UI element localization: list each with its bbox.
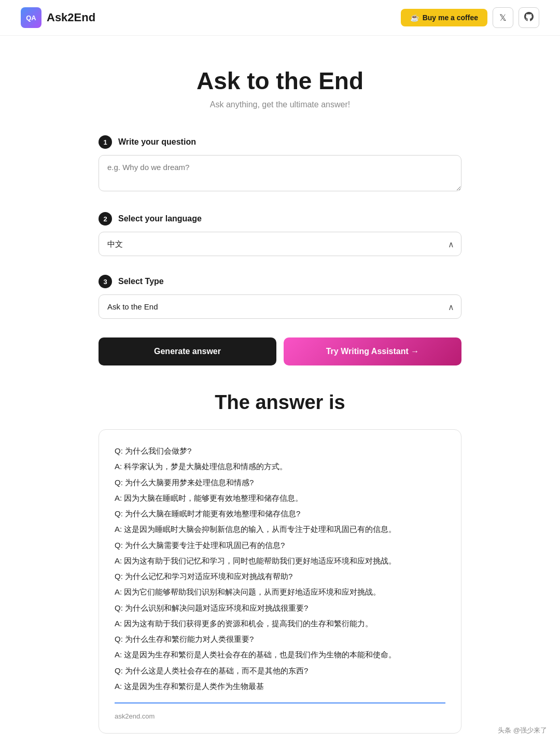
type-select[interactable]: Ask to the End Writing Assistant (99, 294, 461, 319)
watermark: 头条 @强少来了 (494, 724, 551, 737)
answer-line: A: 因为它们能够帮助我们识别和解决问题，从而更好地适应环境和应对挑战。 (115, 585, 445, 599)
step2-label: 2 Select your language (99, 212, 461, 226)
step2-text: Select your language (118, 214, 202, 223)
buy-coffee-button[interactable]: ☕ Buy me a coffee (401, 9, 487, 26)
step1-section: 1 Write your question (99, 135, 461, 193)
hero-section: Ask to the End Ask anything, get the ult… (99, 67, 461, 109)
answer-line: A: 这是因为生存和繁衍是人类作为生物最基 (115, 680, 445, 693)
step1-badge: 1 (99, 135, 112, 149)
answer-line: Q: 为什么我们会做梦? (115, 444, 445, 458)
answer-line: A: 科学家认为，梦是大脑处理信息和情感的方式。 (115, 460, 445, 473)
answer-source-url: ask2end.com (115, 712, 155, 720)
language-select[interactable]: 中文 English 日本語 한국어 (99, 232, 461, 256)
navbar: QA Ask2End ☕ Buy me a coffee 𝕏 (0, 0, 560, 36)
answer-line: A: 因为这有助于我们获得更多的资源和机会，提高我们的生存和繁衍能力。 (115, 617, 445, 630)
twitter-icon: 𝕏 (499, 12, 507, 23)
answer-line: Q: 为什么记忆和学习对适应环境和应对挑战有帮助? (115, 570, 445, 583)
brand: QA Ask2End (21, 7, 95, 28)
writing-assistant-button[interactable]: Try Writing Assistant → (284, 337, 461, 365)
step1-label: 1 Write your question (99, 135, 461, 149)
step1-text: Write your question (118, 137, 196, 147)
step2-badge: 2 (99, 212, 112, 226)
type-select-wrapper: Ask to the End Writing Assistant ∧ (99, 294, 461, 319)
answer-line: Q: 为什么大脑要用梦来处理信息和情感? (115, 476, 445, 489)
answer-line: Q: 为什么大脑在睡眠时才能更有效地整理和储存信息? (115, 507, 445, 520)
step2-section: 2 Select your language 中文 English 日本語 한국… (99, 212, 461, 256)
answer-line: A: 这是因为生存和繁衍是人类社会存在的基础，也是我们作为生物的本能和使命。 (115, 648, 445, 661)
answer-line: A: 因为大脑在睡眠时，能够更有效地整理和储存信息。 (115, 491, 445, 505)
answer-section-header: The answer is (99, 391, 461, 414)
main-container: Ask to the End Ask anything, get the ult… (88, 36, 472, 746)
step3-label: 3 Select Type (99, 275, 461, 288)
answer-card: Q: 为什么我们会做梦?A: 科学家认为，梦是大脑处理信息和情感的方式。Q: 为… (99, 429, 461, 734)
brand-logo-icon: QA (21, 7, 41, 28)
answer-line: Q: 为什么这是人类社会存在的基础，而不是其他的东西? (115, 664, 445, 678)
github-button[interactable] (519, 7, 539, 28)
step3-section: 3 Select Type Ask to the End Writing Ass… (99, 275, 461, 319)
brand-name: Ask2End (47, 11, 95, 24)
buttons-row: Generate answer Try Writing Assistant → (99, 337, 461, 365)
twitter-button[interactable]: 𝕏 (493, 7, 513, 28)
answer-line: A: 因为这有助于我们记忆和学习，同时也能帮助我们更好地适应环境和应对挑战。 (115, 554, 445, 568)
github-icon (524, 12, 534, 24)
answer-title: The answer is (99, 391, 461, 414)
answer-line: Q: 为什么生存和繁衍能力对人类很重要? (115, 632, 445, 646)
hero-title: Ask to the End (99, 67, 461, 95)
coffee-icon: ☕ (410, 13, 419, 22)
language-select-wrapper: 中文 English 日本語 한국어 ∧ (99, 232, 461, 256)
hero-subtitle: Ask anything, get the ultimate answer! (99, 100, 461, 109)
question-input[interactable] (99, 155, 461, 191)
answer-line: Q: 为什么识别和解决问题对适应环境和应对挑战很重要? (115, 601, 445, 615)
navbar-actions: ☕ Buy me a coffee 𝕏 (401, 7, 539, 28)
answer-line: A: 这是因为睡眠时大脑会抑制新信息的输入，从而专注于处理和巩固已有的信息。 (115, 523, 445, 536)
answer-line: Q: 为什么大脑需要专注于处理和巩固已有的信息? (115, 539, 445, 552)
step3-text: Select Type (118, 277, 164, 286)
answer-footer: ask2end.com (115, 702, 445, 723)
step3-badge: 3 (99, 275, 112, 288)
generate-answer-button[interactable]: Generate answer (99, 337, 276, 365)
